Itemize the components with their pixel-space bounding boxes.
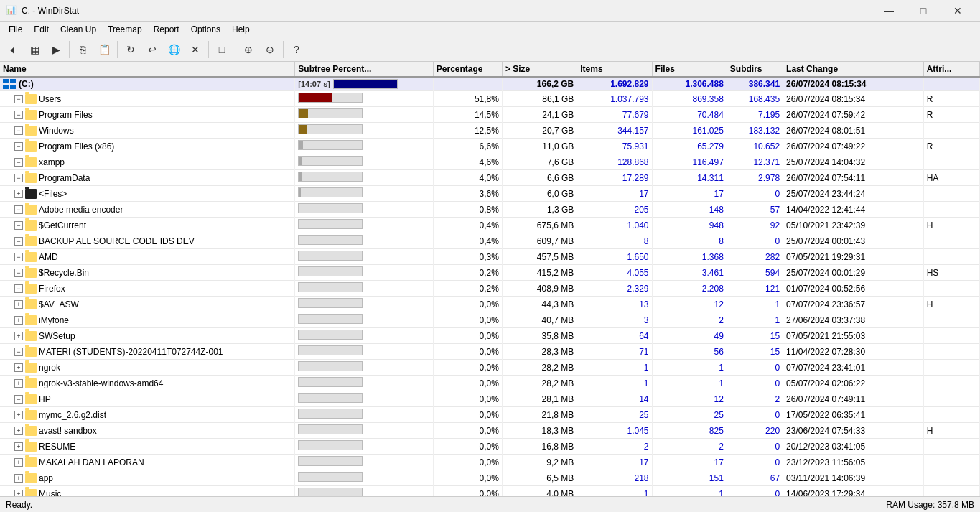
percentage-cell: 0,0% xyxy=(433,486,502,497)
menu-options[interactable]: Options xyxy=(185,23,226,36)
table-row[interactable]: −AMD0,3%457,5 MB1.6501.36828207/05/2021 … xyxy=(0,249,980,265)
subtree-bar-cell xyxy=(295,281,434,297)
table-row[interactable]: +<Files>3,6%6,0 GB1717025/07/2024 23:44:… xyxy=(0,186,980,202)
menu-cleanup[interactable]: Clean Up xyxy=(55,23,102,36)
name-cell: −ProgramData xyxy=(0,170,295,186)
menu-edit[interactable]: Edit xyxy=(28,23,55,36)
size-cell: 408,9 MB xyxy=(502,281,577,297)
col-header-subtree[interactable]: Subtree Percent... xyxy=(295,62,434,77)
items-cell: 128.868 xyxy=(577,154,652,170)
toolbar-zoomout-btn[interactable]: ⊖ xyxy=(260,39,280,60)
table-row[interactable]: −HP0,0%28,1 MB1412226/07/2024 07:49:11 xyxy=(0,391,980,407)
expand-button[interactable]: − xyxy=(14,395,23,404)
toolbar-browse-btn[interactable]: 🌐 xyxy=(164,39,184,60)
lastchange-cell: 11/04/2022 07:28:30 xyxy=(783,344,924,360)
table-row[interactable]: −Adobe media encoder0,8%1,3 GB2051485714… xyxy=(0,202,980,218)
toolbar-clear-btn[interactable]: ✕ xyxy=(185,39,205,60)
table-row[interactable]: −$Recycle.Bin0,2%415,2 MB4.0553.46159425… xyxy=(0,265,980,281)
expand-button[interactable]: − xyxy=(14,111,23,119)
expand-button[interactable]: − xyxy=(14,348,23,356)
table-row[interactable]: +Music0,0%4,0 MB11014/06/2023 17:29:34 xyxy=(0,486,980,497)
close-button[interactable]: ✕ xyxy=(941,0,974,22)
expand-button[interactable]: + xyxy=(14,411,23,419)
table-row[interactable]: −BACKUP ALL SOURCE CODE IDS DEV0,4%609,7… xyxy=(0,233,980,249)
name-cell: −MATERI (STUDENTS)-20220411T072744Z-001 xyxy=(0,344,295,360)
expand-button[interactable]: − xyxy=(14,205,23,214)
col-header-lastchange[interactable]: Last Change xyxy=(783,62,924,77)
table-row[interactable]: +mymc_2.6.g2.dist0,0%21,8 MB2525017/05/2… xyxy=(0,407,980,423)
expand-button[interactable]: + xyxy=(14,490,23,497)
toolbar-zoomin-btn[interactable]: ⊕ xyxy=(238,39,258,60)
maximize-button[interactable]: □ xyxy=(907,0,940,22)
col-header-size[interactable]: > Size xyxy=(502,62,577,77)
item-name: Adobe media encoder xyxy=(39,205,123,215)
expand-button[interactable]: + xyxy=(14,300,23,309)
table-row[interactable]: −Windows12,5%20,7 GB344.157161.025183.13… xyxy=(0,123,980,139)
toolbar-copy-btn[interactable]: ⎘ xyxy=(73,39,93,60)
table-row[interactable]: +SWSetup0,0%35,8 MB64491507/05/2021 21:5… xyxy=(0,328,980,344)
table-row[interactable]: +app0,0%6,5 MB2181516703/11/2021 14:06:3… xyxy=(0,470,980,486)
expand-button[interactable]: − xyxy=(14,237,23,246)
toolbar-new-btn[interactable]: □ xyxy=(212,39,232,60)
expand-button[interactable]: − xyxy=(14,253,23,261)
lastchange-cell: 26/07/2024 08:15:34 xyxy=(783,77,924,91)
table-row[interactable]: (C:)[14:07 s]166,2 GB1.692.8291.306.4883… xyxy=(0,77,980,91)
expand-button[interactable]: − xyxy=(14,221,23,230)
expand-button[interactable]: + xyxy=(14,427,23,435)
expand-button[interactable]: − xyxy=(14,284,23,293)
toolbar-paste-btn[interactable]: 📋 xyxy=(94,39,114,60)
table-row[interactable]: −Firefox0,2%408,9 MB2.3292.20812101/07/2… xyxy=(0,281,980,297)
menu-file[interactable]: File xyxy=(3,23,28,36)
expand-button[interactable]: + xyxy=(14,190,23,198)
lastchange-cell: 07/07/2024 23:41:01 xyxy=(783,360,924,376)
col-header-files[interactable]: Files xyxy=(652,62,727,77)
minimize-button[interactable]: — xyxy=(872,0,905,22)
expand-button[interactable]: − xyxy=(14,158,23,167)
table-row[interactable]: +ngrok-v3-stable-windows-amd640,0%28,2 M… xyxy=(0,376,980,391)
expand-button[interactable]: − xyxy=(14,95,23,103)
toolbar-refresh-btn[interactable]: ↻ xyxy=(121,39,141,60)
toolbar-play-btn[interactable]: ▶ xyxy=(46,39,66,60)
toolbar-treemap-btn[interactable]: ▦ xyxy=(24,39,45,60)
menu-help[interactable]: Help xyxy=(226,23,256,36)
table-row[interactable]: −$GetCurrent0,4%675,6 MB1.0409489205/10/… xyxy=(0,218,980,233)
toolbar-back-btn[interactable]: ⏴ xyxy=(3,39,23,60)
expand-button[interactable]: − xyxy=(14,126,23,135)
folder-icon xyxy=(25,442,37,452)
col-header-subdirs[interactable]: Subdirs xyxy=(727,62,783,77)
expand-button[interactable]: + xyxy=(14,379,23,388)
menu-report[interactable]: Report xyxy=(148,23,185,36)
name-cell: −xampp xyxy=(0,154,295,170)
col-header-name[interactable]: Name xyxy=(0,62,295,77)
table-row[interactable]: −MATERI (STUDENTS)-20220411T072744Z-0010… xyxy=(0,344,980,360)
col-header-items[interactable]: Items xyxy=(577,62,652,77)
table-row[interactable]: −Users51,8%86,1 GB1.037.793869.358168.43… xyxy=(0,91,980,107)
table-row[interactable]: +$AV_ASW0,0%44,3 MB1312107/07/2024 23:36… xyxy=(0,297,980,312)
expand-button[interactable]: + xyxy=(14,332,23,340)
table-row[interactable]: +avast! sandbox0,0%18,3 MB1.04582522023/… xyxy=(0,423,980,439)
expand-button[interactable]: + xyxy=(14,458,23,467)
toolbar-undo-btn[interactable]: ↩ xyxy=(142,39,162,60)
expand-button[interactable]: − xyxy=(14,269,23,277)
expand-button[interactable]: + xyxy=(14,442,23,451)
table-row[interactable]: −Program Files14,5%24,1 GB77.67970.4847.… xyxy=(0,107,980,123)
expand-button[interactable]: − xyxy=(14,142,23,151)
table-row[interactable]: +iMyfone0,0%40,7 MB32127/06/2024 03:37:3… xyxy=(0,312,980,328)
name-cell: +Music xyxy=(0,486,295,497)
table-row[interactable]: −ProgramData4,0%6,6 GB17.28914.3112.9782… xyxy=(0,170,980,186)
menu-treemap[interactable]: Treemap xyxy=(102,23,148,36)
expand-button[interactable]: + xyxy=(14,474,23,483)
subdirs-cell: 121 xyxy=(727,281,783,297)
table-row[interactable]: −Program Files (x86)6,6%11,0 GB75.93165.… xyxy=(0,139,980,154)
expand-button[interactable]: + xyxy=(14,363,23,372)
expand-button[interactable]: + xyxy=(14,316,23,325)
toolbar-help-btn[interactable]: ? xyxy=(286,39,307,60)
col-header-pct[interactable]: Percentage xyxy=(433,62,502,77)
table-row[interactable]: −xampp4,6%7,6 GB128.868116.49712.37125/0… xyxy=(0,154,980,170)
table-row[interactable]: +ngrok0,0%28,2 MB11007/07/2024 23:41:01 xyxy=(0,360,980,376)
item-name: iMyfone xyxy=(39,315,69,325)
table-row[interactable]: +MAKALAH DAN LAPORAN0,0%9,2 MB1717023/12… xyxy=(0,455,980,470)
col-header-attrib[interactable]: Attri... xyxy=(923,62,979,77)
table-row[interactable]: +RESUME0,0%16,8 MB22020/12/2023 03:41:05 xyxy=(0,439,980,455)
expand-button[interactable]: − xyxy=(14,174,23,182)
